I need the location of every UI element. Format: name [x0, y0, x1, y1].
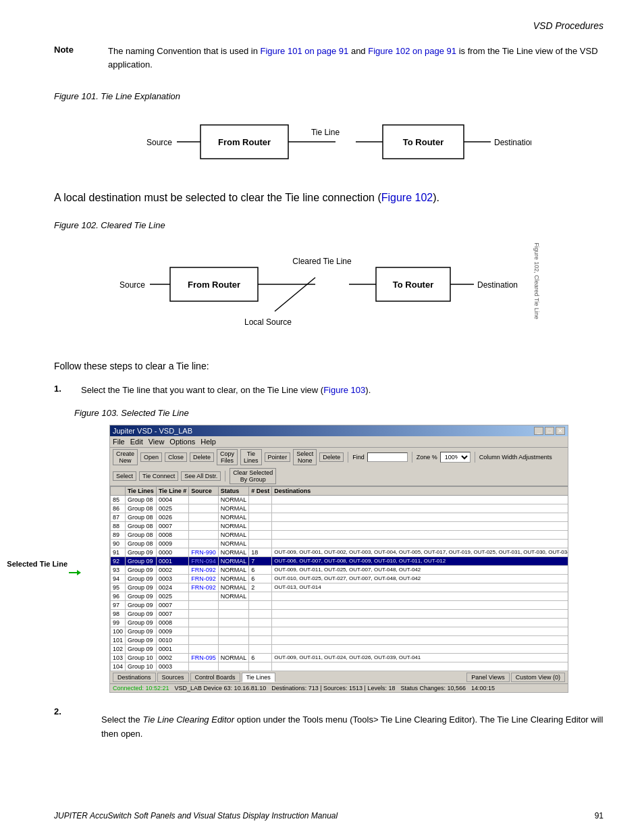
- maximize-button[interactable]: □: [545, 427, 554, 435]
- grid-container[interactable]: Tie Lines Tie Line # Source Status # Des…: [110, 486, 568, 671]
- step2-text: Select the Tie Line Clearing Editor opti…: [101, 713, 603, 741]
- clear-selected-button[interactable]: Clear SelectedBy Group: [230, 468, 276, 484]
- custom-view[interactable]: Custom View (0): [511, 673, 565, 682]
- toolbar-sep3: [475, 452, 475, 463]
- toolbar-sep1: [348, 452, 348, 463]
- select-button[interactable]: Select: [113, 471, 136, 481]
- tab-tie-lines[interactable]: Tie Lines: [242, 673, 275, 682]
- svg-text:Destination: Destination: [494, 138, 531, 147]
- toolbar-create[interactable]: CreateNew: [113, 449, 138, 465]
- menu-file[interactable]: File: [113, 438, 125, 446]
- find-input[interactable]: [367, 452, 408, 462]
- table-row[interactable]: 89Group 080008NORMALDEFAULT (All)PATH (P…: [111, 530, 568, 539]
- table-row[interactable]: 97Group 090007PATH (P_SEN)DEFAULT (SDV): [111, 600, 568, 609]
- figure103-screenshot: Jupiter VSD - VSD_LAB _ □ ✕ File Edit Vi…: [109, 425, 568, 693]
- table-row[interactable]: 101Group 090010PATH (P_ALL)DEFAULT (AI): [111, 635, 568, 644]
- figure101-link[interactable]: Figure 101 on page 91: [260, 46, 348, 56]
- see-all-dstr-button[interactable]: See All Dstr.: [181, 471, 221, 481]
- toolbar-select[interactable]: SelectNone: [293, 449, 317, 465]
- find-label: Find: [352, 454, 365, 461]
- figure101-diagram: Source From Router Tie Line To Router De…: [54, 108, 603, 176]
- tab-sources[interactable]: Sources: [157, 673, 189, 682]
- svg-text:Tie Line: Tie Line: [311, 128, 340, 137]
- figure102-caption: Figure 102. Cleared Tie Line: [54, 220, 603, 230]
- toolbar-open[interactable]: Open: [140, 452, 162, 462]
- toolbar: CreateNew Open Close Delete CopyFiles Ti…: [110, 448, 568, 486]
- step2: 2. Select the Tie Line Clearing Editor o…: [54, 706, 603, 741]
- figure103-link[interactable]: Figure 103: [323, 385, 365, 395]
- selected-tie-arrow: [69, 570, 81, 575]
- table-row[interactable]: 100Group 090009PATH (P_SEN)DEFAULT (SDV): [111, 627, 568, 635]
- figure102-diagram: Source From Router Cleared Tie Line Loca…: [113, 237, 545, 345]
- tie-connect-button[interactable]: Tie Connect: [139, 471, 178, 481]
- table-row[interactable]: 102Group 090001PATH (P_ALL)DEFAULT (AI): [111, 644, 568, 653]
- table-row[interactable]: 99Group 090008PATH (P_SEN)DEFAULT (SDV): [111, 618, 568, 627]
- tab-destinations[interactable]: Destinations: [113, 673, 156, 682]
- col-adj-label: Column Width Adjustments: [479, 454, 552, 461]
- table-row[interactable]: 96Group 090025NORMALPATH (P_SEN)DEFAULT …: [111, 592, 568, 600]
- table-row[interactable]: 103Group 100002FRN-095NORMAL6OUT-009, OU…: [111, 653, 568, 662]
- table-row[interactable]: 93Group 090002FRN-092NORMAL6OUT-009, OUT…: [111, 565, 568, 574]
- table-row[interactable]: 90Group 080009NORMALDEFAULT (All)PATH (P…: [111, 539, 568, 548]
- panel-views[interactable]: Panel Views: [466, 673, 509, 682]
- svg-text:Cleared Tie Line: Cleared Tie Line: [292, 257, 352, 266]
- menu-options[interactable]: Options: [169, 438, 195, 446]
- note-label: Note: [54, 45, 95, 71]
- paragraph1: A local destination must be selected to …: [54, 189, 603, 207]
- svg-text:To Router: To Router: [403, 137, 444, 147]
- col-source: Source: [189, 486, 219, 495]
- menu-edit[interactable]: Edit: [130, 438, 143, 446]
- col-destinations: Destinations: [272, 486, 568, 495]
- status-bar: Connected: 10:52:21 VSD_LAB Device 63: 1…: [110, 683, 568, 692]
- table-row[interactable]: 95Group 090024FRN-092NORMAL2OUT-013, OUT…: [111, 583, 568, 592]
- svg-text:Source: Source: [146, 138, 172, 147]
- col-tie-line-num: Tie Line #: [156, 486, 188, 495]
- status-device: VSD_LAB Device 63: 10.16.81.10: [175, 685, 267, 692]
- table-row-highlighted[interactable]: 92Group 090001FRN-094NORMAL7OUT-006, OUT…: [111, 556, 568, 565]
- minimize-button[interactable]: _: [534, 427, 543, 435]
- table-row[interactable]: 88Group 080007NORMALDEFAULT (All)PATH (P…: [111, 521, 568, 530]
- toolbar-copy[interactable]: CopyFiles: [217, 449, 238, 465]
- table-row[interactable]: 94Group 090003FRN-092NORMAL6OUT-010, OUT…: [111, 574, 568, 583]
- step2-number: 2.: [54, 706, 74, 741]
- zone-label: Zone %: [417, 454, 437, 461]
- toolbar-tie[interactable]: TieLines: [240, 449, 262, 465]
- header-title: VSD Procedures: [533, 20, 603, 31]
- table-row[interactable]: 104Group 100003PATH (P_ALL)DEFAULT (AI): [111, 662, 568, 671]
- app-title: Jupiter VSD - VSD_LAB: [113, 427, 192, 435]
- status-counts: Destinations: 713 | Sources: 1513 | Leve…: [271, 685, 395, 692]
- step1-text: Select the Tie line that you want to cle…: [81, 384, 371, 398]
- selected-tie-label: Selected Tie Line: [0, 560, 68, 568]
- manual-title: JUPITER AccuSwitch Soft Panels and Visua…: [54, 811, 338, 820]
- figure102-link2[interactable]: Figure 102: [381, 192, 433, 203]
- table-row[interactable]: 85Group 080004NORMALDEFAULT (All)PATH (P…: [111, 495, 568, 504]
- table-row[interactable]: 98Group 090007PATH (P_SEN)DEFAULT (SDV): [111, 609, 568, 618]
- note-section: Note The naming Convention that is used …: [54, 45, 603, 71]
- table-row[interactable]: 86Group 080025NORMALDEFAULT (All)PATH (P…: [111, 504, 568, 513]
- status-time: 14:00:15: [471, 685, 495, 692]
- figure102-link[interactable]: Figure 102 on page 91: [368, 46, 456, 56]
- toolbar-close[interactable]: Close: [165, 452, 187, 462]
- toolbar-delete2[interactable]: Delete: [319, 452, 344, 462]
- svg-text:To Router: To Router: [393, 280, 433, 290]
- tab-control-boards[interactable]: Control Boards: [190, 673, 240, 682]
- menu-view[interactable]: View: [149, 438, 165, 446]
- step1-number: 1.: [54, 384, 74, 398]
- col-tie-lines: Tie Lines: [126, 486, 157, 495]
- toolbar-delete[interactable]: Delete: [190, 452, 214, 462]
- svg-text:From Router: From Router: [188, 280, 240, 290]
- titlebar: Jupiter VSD - VSD_LAB _ □ ✕: [110, 425, 568, 436]
- table-row[interactable]: 91Group 090000FRN-990NORMAL18OUT-009, OU…: [111, 548, 568, 556]
- close-button[interactable]: ✕: [556, 427, 565, 435]
- tab-bar: Destinations Sources Control Boards Tie …: [110, 671, 568, 683]
- titlebar-buttons: _ □ ✕: [534, 427, 565, 435]
- table-row[interactable]: 87Group 080026NORMALDEFAULT (All)PATH (P…: [111, 513, 568, 521]
- figure103-screenshot-wrapper: Selected Tie Line Jupiter VSD - VSD_LAB …: [74, 425, 603, 693]
- zone-select[interactable]: 100%: [440, 452, 471, 463]
- menu-help[interactable]: Help: [200, 438, 216, 446]
- toolbar-pointer[interactable]: Pointer: [265, 452, 291, 462]
- page-footer: JUPITER AccuSwitch Soft Panels and Visua…: [0, 811, 644, 820]
- col-status: Status: [218, 486, 249, 495]
- data-grid: Tie Lines Tie Line # Source Status # Des…: [110, 486, 568, 671]
- status-text: Connected: 10:52:21: [113, 685, 169, 692]
